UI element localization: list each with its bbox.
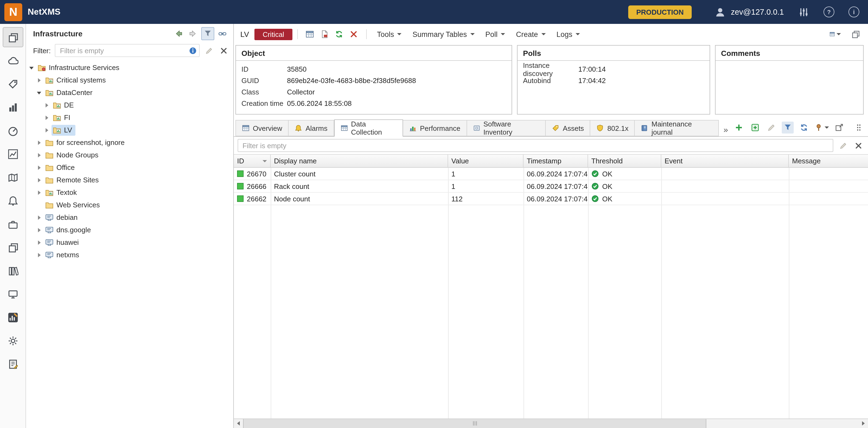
new-parameter-button[interactable] (733, 122, 745, 134)
column-header-display-name[interactable]: Display name (271, 155, 448, 167)
tree-item-office[interactable]: Office (26, 161, 233, 174)
selected-tree-item[interactable]: LV (52, 124, 75, 136)
tree-item-dns-google[interactable]: dns.google (26, 224, 233, 236)
tab-alarms[interactable]: Alarms (289, 120, 334, 136)
tree-item-debian[interactable]: debian (26, 211, 233, 224)
column-header-threshold[interactable]: Threshold (588, 155, 661, 167)
rail-dashboards-button[interactable] (2, 120, 23, 141)
twistie-collapsed-icon[interactable] (37, 227, 42, 233)
table-row-cluster-count[interactable]: 26670 Cluster count 1 06.09.2024 17:07:4… (234, 168, 868, 180)
pin-view-button[interactable] (814, 123, 829, 132)
menu-logs[interactable]: Logs (556, 30, 580, 38)
scroll-right-button[interactable] (859, 419, 868, 428)
table-row-rack-count[interactable]: 26666 Rack count 1 06.09.2024 17:07:4 OK (234, 180, 868, 193)
twistie-collapsed-icon[interactable] (37, 140, 42, 145)
tree-item-fi[interactable]: FI (26, 111, 233, 124)
column-header-value[interactable]: Value (448, 155, 524, 167)
preferences-sliders-icon[interactable] (798, 6, 809, 18)
table-row-node-count[interactable]: 26662 Node count 112 06.09.2024 17:07:4 … (234, 193, 868, 205)
tab-8021x[interactable]: 802.1x (590, 120, 635, 136)
twistie-collapsed-icon[interactable] (44, 102, 50, 108)
scroll-left-button[interactable] (234, 419, 243, 428)
column-header-timestamp[interactable]: Timestamp (524, 155, 588, 167)
edit-dci-button[interactable] (766, 122, 777, 134)
tree-item-datacenter[interactable]: DataCenter (26, 86, 233, 99)
window-menu-button[interactable] (849, 28, 861, 40)
twistie-collapsed-icon[interactable] (37, 240, 42, 245)
explorer-filter-edit-button[interactable] (204, 45, 214, 56)
explorer-filter-toggle[interactable] (201, 27, 214, 40)
twistie-collapsed-icon[interactable] (37, 190, 42, 195)
tree-item-critical-systems[interactable]: Critical systems (26, 74, 233, 86)
tree-item-node-groups[interactable]: Node Groups (26, 149, 233, 161)
show-filter-button[interactable] (782, 122, 794, 134)
dci-filter-clear-button[interactable] (853, 140, 864, 151)
twistie-collapsed-icon[interactable] (37, 165, 42, 170)
rail-terminal-button[interactable] (2, 284, 23, 304)
tab-software-inventory[interactable]: Software Inventory (467, 120, 546, 136)
explorer-filter-input[interactable] (59, 46, 189, 55)
tab-overview[interactable]: Overview (236, 120, 289, 136)
menu-summary-tables[interactable]: Summary Tables (412, 30, 475, 38)
rail-audit-button[interactable] (2, 354, 23, 374)
close-object-button[interactable] (348, 28, 360, 40)
menu-tools[interactable]: Tools (377, 30, 402, 38)
add-from-template-button[interactable] (749, 122, 761, 134)
tree-item-web-services[interactable]: Web Services (26, 199, 233, 211)
rail-graphs-button[interactable] (2, 144, 23, 164)
rail-tools-button[interactable] (2, 214, 23, 234)
navigate-back-button[interactable] (172, 27, 185, 40)
tree-item-lv[interactable]: LV (26, 124, 233, 136)
navigate-forward-button[interactable] (187, 27, 199, 40)
menu-create[interactable]: Create (516, 30, 546, 38)
column-header-message[interactable]: Message (789, 155, 868, 167)
rail-clouds-button[interactable] (2, 51, 23, 70)
rail-infrastructure-button[interactable] (2, 27, 23, 47)
twistie-collapsed-icon[interactable] (37, 152, 42, 158)
menu-poll[interactable]: Poll (485, 30, 505, 38)
rail-alarms-button[interactable] (2, 191, 23, 210)
properties-table-button[interactable] (304, 28, 316, 40)
rail-tags-button[interactable] (2, 74, 23, 94)
twistie-collapsed-icon[interactable] (37, 77, 42, 83)
help-icon[interactable]: ? (824, 6, 834, 18)
rail-settings-button[interactable] (2, 331, 23, 351)
column-header-event[interactable]: Event (661, 155, 789, 167)
open-in-window-button[interactable] (833, 122, 845, 134)
scrollbar-track[interactable] (706, 419, 859, 428)
tree-item-huawei[interactable]: huawei (26, 236, 233, 249)
view-selector-button[interactable] (830, 28, 841, 40)
explorer-filter-clear-button[interactable] (218, 45, 229, 56)
rail-maps-button[interactable] (2, 167, 23, 187)
twistie-collapsed-icon[interactable] (37, 215, 42, 220)
twistie-collapsed-icon[interactable] (37, 252, 42, 258)
dci-filter-edit-button[interactable] (838, 140, 848, 151)
twistie-collapsed-icon[interactable] (37, 177, 42, 183)
link-objects-button[interactable] (216, 27, 229, 40)
refresh-button[interactable] (334, 28, 345, 40)
twistie-expanded-icon[interactable] (29, 65, 35, 70)
column-options-button[interactable] (853, 122, 865, 134)
twistie-expanded-icon[interactable] (37, 90, 42, 95)
rail-templates-button[interactable] (2, 237, 23, 257)
export-button[interactable] (319, 28, 330, 40)
tab-data-collection[interactable]: Data Collection (334, 119, 403, 137)
tree-item-netxms[interactable]: netxms (26, 249, 233, 261)
tab-maintenance-journal[interactable]: Maintenance journal (635, 120, 718, 136)
tree-item-remote-sites[interactable]: Remote Sites (26, 174, 233, 186)
user-menu[interactable]: zev@127.0.0.1 (714, 6, 784, 18)
twistie-collapsed-icon[interactable] (44, 127, 50, 133)
tree-item-for-screenshot-ignore[interactable]: for screenshot, ignore (26, 136, 233, 149)
rail-reports-button[interactable] (2, 307, 23, 327)
horizontal-scrollbar[interactable] (234, 418, 868, 428)
rail-charts-button[interactable] (2, 97, 23, 117)
rail-library-button[interactable] (2, 261, 23, 281)
refresh-dci-button[interactable] (798, 122, 810, 134)
twistie-collapsed-icon[interactable] (44, 115, 50, 120)
about-info-icon[interactable]: i (848, 6, 859, 18)
column-header-id[interactable]: ID (234, 155, 271, 167)
dci-filter-input[interactable] (238, 139, 833, 152)
tab-performance[interactable]: Performance (403, 120, 467, 136)
filter-info-icon[interactable] (189, 47, 197, 55)
tree-item-infrastructure-services[interactable]: Infrastructure Services (26, 61, 233, 74)
